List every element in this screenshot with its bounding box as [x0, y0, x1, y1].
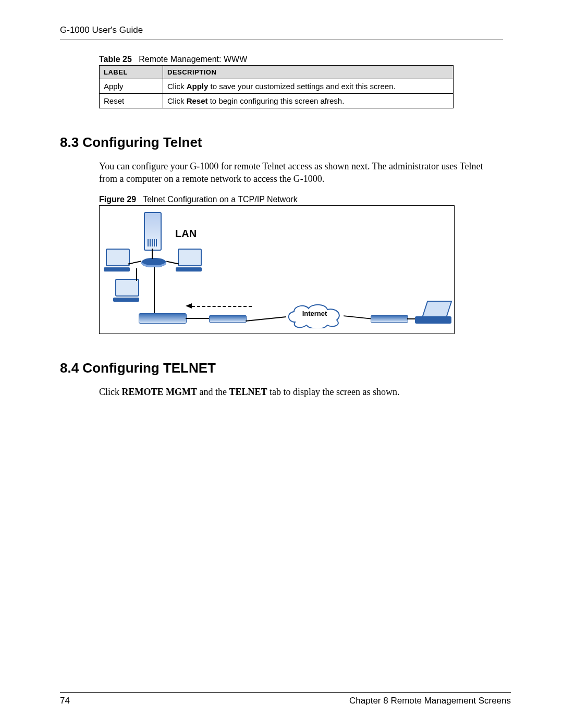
- cable-icon: [136, 268, 137, 281]
- dashed-arrow-icon: [192, 306, 252, 307]
- table-row: Reset Click Reset to begin configuring t…: [100, 94, 454, 108]
- heading-8-3: 8.3 Configuring Telnet: [60, 134, 503, 151]
- laptop-icon: [415, 304, 451, 325]
- cell-label: Apply: [100, 79, 163, 94]
- pc-icon: [115, 279, 139, 302]
- paragraph-8-3: You can configure your G-1000 for remote…: [99, 160, 503, 186]
- router-icon: [139, 313, 187, 324]
- cable-icon: [344, 315, 372, 319]
- server-tower-icon: [144, 212, 162, 251]
- table-header-description: DESCRIPTION: [163, 66, 454, 79]
- lan-label: LAN: [175, 228, 197, 240]
- internet-label: Internet: [285, 310, 345, 317]
- table-25-number: Table 25: [99, 55, 132, 64]
- table-25-title: Remote Management: WWW: [139, 55, 247, 64]
- cable-icon: [166, 261, 179, 264]
- figure-29-title: Telnet Configuration on a TCP/IP Network: [143, 195, 297, 204]
- cable-icon: [246, 316, 286, 322]
- page-footer: 74 Chapter 8 Remote Management Screens: [60, 692, 511, 706]
- cable-icon: [154, 267, 155, 313]
- hub-icon: [141, 258, 166, 267]
- cable-icon: [186, 318, 209, 319]
- arrow-left-icon: [186, 303, 192, 309]
- cell-description: Click Reset to begin configuring this sc…: [163, 94, 454, 108]
- figure-29-number: Figure 29: [99, 195, 136, 204]
- internet-cloud-icon: Internet: [285, 302, 345, 326]
- figure-29-caption: Figure 29 Telnet Configuration on a TCP/…: [99, 195, 503, 204]
- table-25-caption: Table 25 Remote Management: WWW: [99, 55, 503, 64]
- figure-29-diagram: LAN: [99, 205, 455, 334]
- modem-icon: [209, 315, 247, 323]
- cell-description: Click Apply to save your customized sett…: [163, 79, 454, 94]
- running-header: G-1000 User's Guide: [60, 25, 503, 40]
- table-header-label: LABEL: [100, 66, 163, 79]
- pc-icon: [106, 249, 130, 272]
- modem-icon: [371, 315, 408, 323]
- table-25: LABEL DESCRIPTION Apply Click Apply to s…: [99, 65, 454, 108]
- pc-icon: [178, 249, 202, 272]
- table-row: Apply Click Apply to save your customize…: [100, 79, 454, 94]
- chapter-title: Chapter 8 Remote Management Screens: [349, 696, 511, 706]
- heading-8-4: 8.4 Configuring TELNET: [60, 360, 503, 376]
- cable-icon: [152, 249, 153, 259]
- page-number: 74: [60, 696, 70, 706]
- cell-label: Reset: [100, 94, 163, 108]
- paragraph-8-4: Click REMOTE MGMT and the TELNET tab to …: [99, 386, 503, 398]
